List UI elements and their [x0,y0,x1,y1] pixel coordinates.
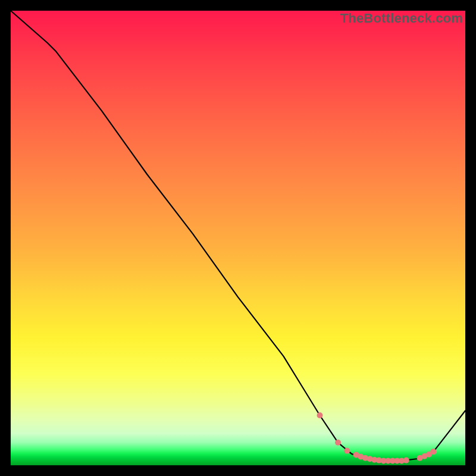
marker-dot [335,440,341,446]
marker-dot [344,448,350,454]
chart-frame: TheBottleneck.com [11,11,465,465]
bottleneck-curve [11,11,465,461]
marker-dot [403,458,409,464]
curve-layer [11,11,465,465]
marker-dot [431,449,437,455]
marker-dot [317,412,323,418]
